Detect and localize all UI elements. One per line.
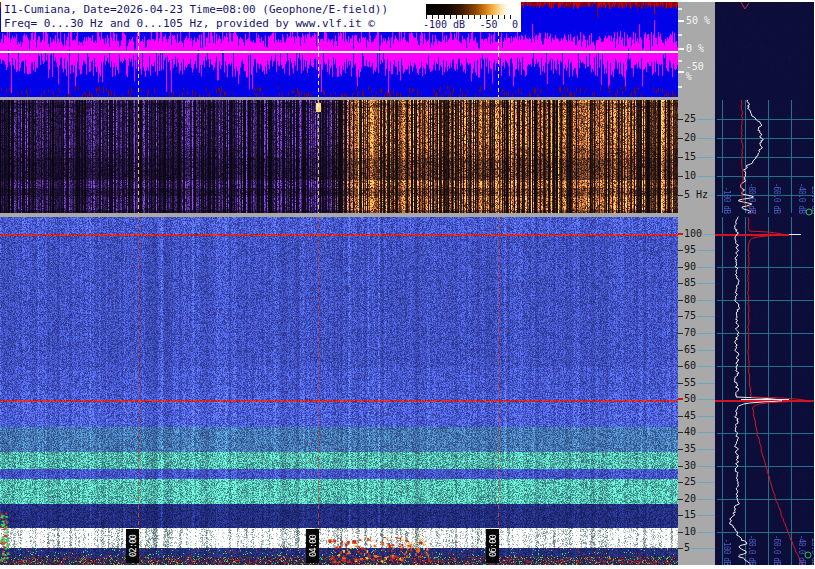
db-axis-label: -20.0 dB [810,523,814,565]
tick-dash [697,482,715,483]
freq-tick-label: 90 [678,262,715,272]
tick-dash [697,416,715,417]
tick-dash [697,267,715,268]
freq-tick-label: 20 [678,133,715,143]
tick-dash [697,499,715,500]
separator-top [0,97,715,100]
time-label: 06:00 [486,529,499,563]
db-axis-label: -80.0 dB [747,523,756,565]
freq-tick-label: 15 [678,152,715,162]
tick-dash [697,333,715,334]
freq-tick-label: 55 [678,378,715,388]
db-axis-label: -100 dB [722,171,731,213]
colorbar-mid-label: -50 [480,19,498,30]
freq-tick-label: 100 [678,229,715,239]
freq-tick-label: 75 [678,311,715,321]
freq-tick-label: 95 [678,245,715,255]
title-line-2: Freq= 0...30 Hz and 0...105 Hz, provided… [4,17,420,31]
freq-tick-label: 25 [678,114,715,124]
freq-tick-label: 60 [678,361,715,371]
freq-tick-label: 25 [678,477,715,487]
spectrum-plots [715,2,814,565]
tick-dash [697,466,715,467]
colorbar-max-label: 0 [512,19,518,30]
spectrum-panel: -100 dB-80.0 dB-60.0 dB-40.0 dB-20.0 dB-… [715,2,814,565]
tick-dash [703,234,715,235]
vlf-monitor-window: 50 %0 %-50 % 252015105 Hz 10095908580757… [0,0,815,569]
db-axis-label: -100 dB [722,523,731,565]
tick-dash [697,449,715,450]
spectrogram-0-105hz [0,217,678,565]
tick-mark [678,20,684,22]
db-axis-label: -40.0 dB [797,523,806,565]
percent-tick-label: 0 % [678,44,715,54]
separator-bottom [0,213,715,217]
freq-tick-label: 30 [678,461,715,471]
tick-mark [678,71,684,73]
db-axis-label: -60.0 dB [772,171,781,213]
colorbar-min-label: -100 dB [423,19,465,30]
tick-dash [697,250,715,251]
freq-tick-label: 5 [678,543,715,553]
freq-tick-label: 40 [678,427,715,437]
freq-scale-0-30hz: 252015105 Hz [678,100,715,213]
freq-scale-0-105hz: 1009590858075706560555045403530252015105 [678,217,715,565]
colorbar-labels: -100 dB -50 0 [420,19,521,30]
spectrogram-0-30hz [0,100,678,213]
percent-tick-label: -50 % [678,67,715,77]
db-axis-label: -80.0 dB [747,171,756,213]
amplitude-percent-scale: 50 %0 %-50 % [678,2,715,97]
percent-tick-label: 50 % [678,16,715,26]
tick-dash [697,119,715,120]
tick-dash [691,548,715,549]
freq-tick-label: 10 [678,527,715,537]
tick-dash [697,157,715,158]
freq-tick-label: 20 [678,494,715,504]
tick-dash [697,532,715,533]
tick-dash [697,283,715,284]
db-axis-label: -60.0 dB [772,523,781,565]
tick-dash [697,399,715,400]
db-axis-label: -40.0 dB [797,171,806,213]
tick-dash [697,366,715,367]
tick-dash [697,138,715,139]
freq-tick-label: 80 [678,295,715,305]
title-line-1: I1-Cumiana, Date=2026-04-23 Time=08:00 (… [4,3,420,17]
minor-tick-mark [678,8,682,10]
tick-dash [697,176,715,177]
tick-dash [697,350,715,351]
freq-tick-label: 10 [678,171,715,181]
title-box: I1-Cumiana, Date=2026-04-23 Time=08:00 (… [1,1,420,32]
tick-dash [697,300,715,301]
tick-dash [697,432,715,433]
time-label: 02:00 [126,529,139,563]
minor-tick-mark [678,86,682,88]
db-colorbar: -100 dB -50 0 [420,1,521,32]
freq-tick-label: 65 [678,345,715,355]
db-axis-label: -20.0 dB [810,171,814,213]
freq-tick-label: 15 [678,510,715,520]
freq-tick-label: 35 [678,444,715,454]
minor-tick-mark [678,34,682,36]
freq-tick-label: 85 [678,278,715,288]
tick-dash [697,515,715,516]
tick-dash [697,316,715,317]
freq-tick-label: 50 [678,394,715,404]
freq-tick-label: 70 [678,328,715,338]
minor-tick-mark [678,60,682,62]
tick-mark [678,48,684,50]
freq-tick-label: 45 [678,411,715,421]
freq-tick-label: 5 Hz [678,190,715,200]
tick-dash [697,383,715,384]
time-label: 04:00 [306,529,319,563]
colorbar-gradient [426,4,515,15]
